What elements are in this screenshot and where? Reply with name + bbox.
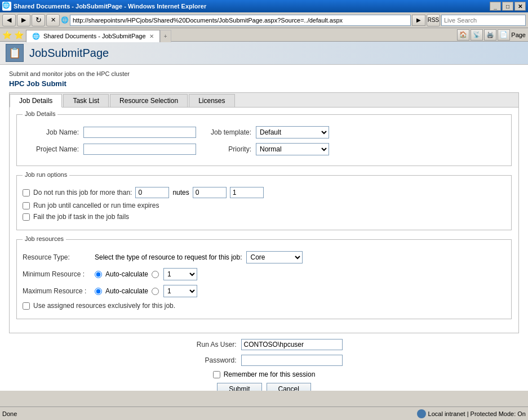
window-controls: _ □ ✕ [490,2,526,11]
job-name-label: Job Name: [23,128,79,136]
do-not-run-checkbox[interactable] [23,189,30,196]
close-button[interactable]: ✕ [514,2,526,11]
use-assigned-row: Use assigned resources exclusively for t… [23,302,505,310]
priority-label: Priority: [201,145,251,153]
min-resource-row: Minimum Resource : Auto-calculate 1 [23,268,505,280]
min-resource-label: Minimum Resource : [23,270,90,278]
max-auto-radio[interactable] [95,288,102,295]
subtitle: Submit and monitor jobs on the HPC clust… [9,70,519,77]
job-details-section-title: Job Details [23,110,57,117]
max-resource-row: Maximum Resource : Auto-calculate 1 [23,285,505,297]
maximize-button[interactable]: □ [502,2,513,11]
home-button[interactable]: 🏠 [457,29,469,41]
do-not-run-label: Do not run this job for more than: [33,189,132,196]
rss-button[interactable]: RSS [427,14,440,26]
min-auto-label: Auto-calculate [105,270,148,278]
search-input[interactable] [441,15,526,26]
max-radio-group: Auto-calculate [95,287,159,295]
tab-list: Job Details Task List Resource Selection… [10,93,518,108]
page-label: Page [511,32,526,38]
tab-resource-selection[interactable]: Resource Selection [110,94,188,107]
resource-type-select[interactable]: Core Node Socket [246,251,303,263]
tab-licenses[interactable]: Licenses [189,94,234,107]
run-as-user-row: Run As User: [186,339,343,350]
page-button[interactable]: 📄 [498,29,510,41]
minimize-button[interactable]: _ [490,2,501,11]
page-header: 📋 JobSubmitPage [0,42,528,65]
remember-me-checkbox[interactable] [213,371,220,378]
run-as-user-input[interactable] [241,339,343,350]
job-run-options-title: Job run options [23,171,69,178]
password-label: Password: [186,356,237,364]
use-assigned-label: Use assigned resources exclusively for t… [33,302,175,310]
tab-title: Shared Documents - JobSubmitPage [43,33,146,39]
refresh-button[interactable]: ↻ [32,14,45,26]
new-tab-button[interactable]: + [160,30,171,42]
tab-close-icon[interactable]: ✕ [149,33,154,39]
max-resource-select[interactable]: 1 [163,285,197,297]
browser-toolbar: ⭐ ⭐ 🌐 Shared Documents - JobSubmitPage ✕… [0,28,528,42]
project-name-label: Project Name: [23,145,79,153]
remember-me-label: Remember me for this session [224,370,316,378]
resource-type-label: Resource Type: [23,253,90,261]
stop-button[interactable]: ✕ [46,14,60,26]
browser-tab[interactable]: 🌐 Shared Documents - JobSubmitPage ✕ [26,30,160,42]
window-title: Shared Documents - JobSubmitPage - Windo… [14,3,490,10]
fail-job-row: Fail the job if task in the job fails [23,213,505,221]
address-bar: ◀ ▶ ↻ ✕ 🌐 ▶ RSS [0,12,528,28]
do-not-run-val3-input[interactable] [230,187,264,198]
action-buttons: Submit Cancel [217,383,311,391]
do-not-run-sec-input[interactable] [193,187,227,198]
min-radio-group: Auto-calculate [95,270,159,278]
resource-type-row: Resource Type: Select the type of resour… [23,251,505,263]
use-assigned-checkbox[interactable] [23,302,30,310]
submit-button[interactable]: Submit [217,383,261,391]
job-template-select[interactable]: Default [256,126,329,138]
max-resource-label: Maximum Resource : [23,287,90,295]
forward-button[interactable]: ▶ [17,14,30,26]
fail-job-checkbox[interactable] [23,213,30,221]
min-manual-radio[interactable] [152,271,159,278]
page-header-icon: 📋 [6,44,24,62]
max-auto-label: Auto-calculate [105,287,148,295]
job-template-label: Job template: [201,128,251,136]
job-details-section: Job Details Job Name: Job template: Defa… [16,114,512,166]
password-row: Password: [186,355,343,366]
tab-container: Job Details Task List Resource Selection… [9,92,519,333]
title-bar: 🌐 Shared Documents - JobSubmitPage - Win… [0,0,528,12]
job-resources-title: Job resources [23,235,66,242]
main-content: Submit and monitor jobs on the HPC clust… [0,65,528,391]
address-input[interactable] [70,15,411,26]
favorites-star[interactable]: ⭐ [2,30,12,39]
rss-feed-button[interactable]: 📡 [471,29,483,41]
min-resource-select[interactable]: 1 [163,268,197,280]
fail-job-label: Fail the job if task in the job fails [33,213,129,221]
job-name-input[interactable] [83,127,196,138]
tab-task-list[interactable]: Task List [63,94,109,107]
run-until-cancelled-checkbox[interactable] [23,202,30,209]
add-favorites[interactable]: ⭐ [14,30,24,39]
tab-content-job-details: Job Details Job Name: Job template: Defa… [10,108,518,333]
min-auto-radio[interactable] [95,271,102,278]
header-icon-char: 📋 [8,47,21,59]
max-manual-radio[interactable] [152,288,159,295]
section-title: HPC Job Submit [9,79,519,88]
print-button[interactable]: 🖨️ [484,29,496,41]
cancel-button[interactable]: Cancel [267,383,311,391]
run-as-user-label: Run As User: [186,341,237,348]
tab-bar: 🌐 Shared Documents - JobSubmitPage ✕ + [26,28,455,42]
toolbar-right: 🏠 📡 🖨️ 📄 Page [457,29,526,41]
priority-select[interactable]: Normal Highest AboveNormal BelowNormal L… [256,143,329,155]
job-run-options-section: Job run options Do not run this job for … [16,175,512,230]
tab-job-details[interactable]: Job Details [10,94,62,108]
back-button[interactable]: ◀ [2,14,16,26]
do-not-run-row: Do not run this job for more than: nutes [23,187,505,198]
remember-row: Remember me for this session [213,370,316,378]
do-not-run-min-input[interactable] [135,187,169,198]
page-title: JobSubmitPage [29,47,109,60]
project-name-row: Project Name: Priority: Normal Highest A… [23,143,505,155]
go-button[interactable]: ▶ [412,15,425,26]
footer-area: Run As User: Password: Remember me for t… [9,333,519,391]
password-input[interactable] [241,355,343,366]
project-name-input[interactable] [83,144,196,155]
